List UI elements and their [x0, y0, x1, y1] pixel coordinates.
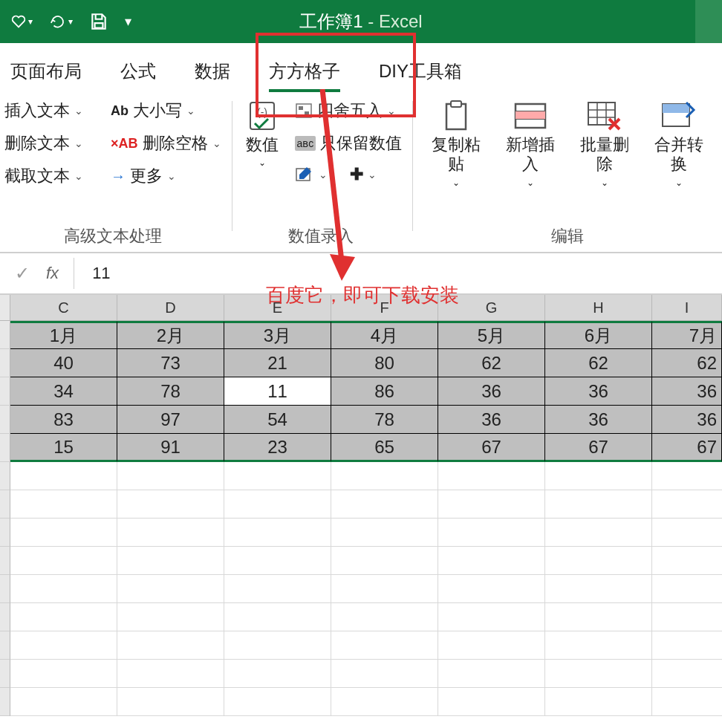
cell[interactable]: 15 — [10, 434, 117, 462]
keep-numbers-only-button[interactable]: aʙc 只保留数值 — [295, 132, 403, 155]
cell[interactable] — [117, 547, 224, 575]
cell[interactable]: 54 — [224, 406, 331, 434]
cell[interactable]: 83 — [10, 406, 117, 434]
cell[interactable] — [545, 603, 652, 631]
cell[interactable] — [438, 688, 545, 716]
insert-new-button[interactable]: 新增插入⌄ — [495, 100, 566, 188]
cell[interactable] — [224, 547, 331, 575]
column-header[interactable]: G — [438, 295, 545, 321]
cell[interactable]: 1月 — [10, 321, 117, 349]
row-header-stub[interactable] — [0, 321, 10, 349]
insert-text-button[interactable]: 插入文本⌄ — [4, 100, 83, 122]
cell[interactable] — [545, 462, 652, 490]
cell[interactable]: 91 — [117, 434, 224, 462]
row-header-stub[interactable] — [0, 547, 10, 575]
ribbon-tab[interactable]: 方方格子 — [269, 56, 340, 86]
cell[interactable] — [331, 688, 438, 716]
cell[interactable] — [10, 688, 117, 716]
cell[interactable]: 73 — [117, 349, 224, 377]
cell[interactable]: 5月 — [438, 321, 545, 349]
cell[interactable]: 21 — [224, 349, 331, 377]
ribbon-tab[interactable]: 页面布局 — [10, 56, 82, 86]
cell[interactable]: 11 — [224, 377, 331, 406]
cell[interactable] — [438, 519, 545, 547]
cell[interactable] — [117, 519, 224, 547]
cell[interactable] — [117, 603, 224, 631]
cell[interactable] — [652, 603, 722, 631]
cell[interactable] — [10, 575, 117, 603]
cell[interactable]: 67 — [438, 434, 545, 462]
cell[interactable]: 62 — [652, 349, 722, 377]
cell[interactable] — [331, 631, 438, 660]
row-header-stub[interactable] — [0, 575, 10, 603]
row-header-stub[interactable] — [0, 688, 10, 716]
case-button[interactable]: Ab 大小写⌄ — [111, 100, 221, 122]
cell[interactable]: 23 — [224, 434, 331, 462]
cell[interactable] — [545, 490, 652, 519]
cell[interactable] — [224, 603, 331, 631]
cell[interactable] — [224, 519, 331, 547]
cell[interactable] — [652, 547, 722, 575]
cell[interactable] — [10, 631, 117, 660]
cell[interactable] — [10, 519, 117, 547]
cell[interactable] — [438, 660, 545, 688]
cell[interactable] — [545, 575, 652, 603]
cell[interactable] — [331, 575, 438, 603]
cell[interactable]: 40 — [10, 349, 117, 377]
cell[interactable] — [652, 660, 722, 688]
cell[interactable] — [545, 660, 652, 688]
row-header-stub[interactable] — [0, 490, 10, 519]
cell[interactable]: 3月 — [224, 321, 331, 349]
cell[interactable] — [438, 490, 545, 519]
cell[interactable] — [545, 688, 652, 716]
merge-convert-button[interactable]: 合并转换⌄ — [643, 100, 715, 188]
column-header[interactable]: F — [331, 295, 438, 321]
column-header[interactable]: H — [545, 295, 652, 321]
cell[interactable] — [652, 490, 722, 519]
cell[interactable] — [438, 631, 545, 660]
cell[interactable]: 62 — [438, 349, 545, 377]
cell[interactable]: 97 — [117, 406, 224, 434]
copy-paste-button[interactable]: 复制粘贴⌄ — [420, 100, 492, 188]
cell[interactable] — [545, 547, 652, 575]
cell[interactable] — [117, 631, 224, 660]
cell[interactable] — [331, 547, 438, 575]
qat-heart-button[interactable]: ▾ — [4, 10, 39, 33]
cell[interactable]: 36 — [545, 406, 652, 434]
cell[interactable]: 36 — [652, 406, 722, 434]
cell[interactable] — [652, 688, 722, 716]
row-header-stub[interactable] — [0, 349, 10, 377]
cell[interactable] — [652, 631, 722, 660]
row-header-stub[interactable] — [0, 660, 10, 688]
cell[interactable] — [224, 490, 331, 519]
cell[interactable] — [10, 547, 117, 575]
cell[interactable] — [331, 462, 438, 490]
cell[interactable] — [331, 490, 438, 519]
cell[interactable] — [224, 688, 331, 716]
cell[interactable]: 67 — [652, 434, 722, 462]
row-header-stub[interactable] — [0, 462, 10, 490]
column-header[interactable]: I — [652, 295, 722, 321]
cell[interactable] — [438, 547, 545, 575]
cell[interactable] — [10, 660, 117, 688]
extract-text-button[interactable]: 截取文本⌄ — [4, 165, 83, 187]
cell[interactable]: 36 — [545, 377, 652, 406]
row-header-stub[interactable] — [0, 377, 10, 406]
cell[interactable]: 2月 — [117, 321, 224, 349]
row-header-stub[interactable] — [0, 631, 10, 660]
cell[interactable] — [117, 688, 224, 716]
cell[interactable]: 67 — [545, 434, 652, 462]
cell[interactable] — [438, 462, 545, 490]
cell[interactable] — [117, 575, 224, 603]
cell[interactable] — [117, 462, 224, 490]
formula-confirm-icon[interactable]: ✓ — [15, 263, 30, 284]
cell[interactable] — [331, 603, 438, 631]
cell[interactable] — [224, 462, 331, 490]
cell[interactable] — [117, 490, 224, 519]
round-button[interactable]: 四舍五入⌄ — [295, 100, 403, 122]
column-header[interactable]: C — [10, 295, 117, 321]
row-header-stub[interactable] — [0, 603, 10, 631]
row-header-stub[interactable] — [0, 434, 10, 462]
cell[interactable] — [331, 660, 438, 688]
row-header-stub[interactable] — [0, 519, 10, 547]
